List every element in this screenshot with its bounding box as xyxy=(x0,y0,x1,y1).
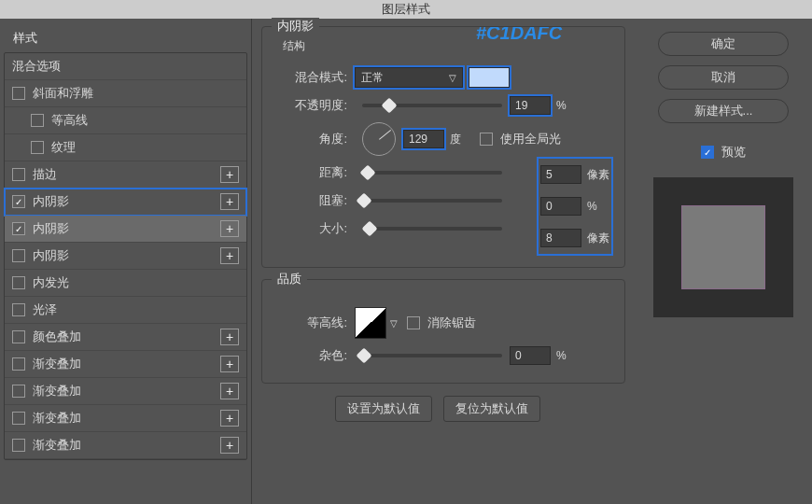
chevron-down-icon[interactable]: ▽ xyxy=(390,318,398,329)
choke-row: 阻塞: xyxy=(275,187,539,215)
add-effect-icon[interactable]: + xyxy=(220,193,239,210)
reset-default-button[interactable]: 复位为默认值 xyxy=(443,396,540,422)
cancel-button[interactable]: 取消 xyxy=(658,65,789,90)
blend-mode-label: 混合模式: xyxy=(275,69,355,86)
sidebar-item-color-overlay[interactable]: 颜色叠加 + xyxy=(5,324,246,351)
size-unit: 像素 xyxy=(581,231,609,246)
sidebar-item-gradient-overlay-2[interactable]: 渐变叠加 + xyxy=(5,378,246,405)
checkbox-icon[interactable] xyxy=(12,330,25,343)
choke-input[interactable]: 0 xyxy=(540,197,581,216)
checkbox-icon[interactable] xyxy=(12,412,25,425)
add-effect-icon[interactable]: + xyxy=(220,166,239,183)
checkbox-icon[interactable] xyxy=(12,439,25,452)
blending-options-item[interactable]: 混合选项 xyxy=(5,53,246,80)
distance-slider[interactable] xyxy=(362,171,502,175)
sidebar-item-bevel[interactable]: 斜面和浮雕 xyxy=(5,80,246,107)
sidebar-item-inner-shadow-1[interactable]: 内阴影 + xyxy=(5,189,246,216)
item-label: 内阴影 xyxy=(33,220,220,237)
checkbox-icon[interactable] xyxy=(12,87,25,100)
item-label: 渐变叠加 xyxy=(33,437,220,454)
checkbox-icon[interactable] xyxy=(12,249,25,262)
sidebar-item-gradient-overlay-1[interactable]: 渐变叠加 + xyxy=(5,351,246,378)
sidebar-item-gradient-overlay-4[interactable]: 渐变叠加 + xyxy=(5,432,246,459)
blend-mode-row: 混合模式: 正常 ▽ xyxy=(275,63,611,91)
color-swatch[interactable] xyxy=(469,67,510,88)
noise-input[interactable]: 0 xyxy=(510,346,551,365)
opacity-label: 不透明度: xyxy=(275,97,355,114)
add-effect-icon[interactable]: + xyxy=(220,356,239,372)
angle-dial[interactable] xyxy=(362,122,396,156)
sidebar-item-texture[interactable]: 纹理 xyxy=(5,134,246,161)
chevron-down-icon: ▽ xyxy=(449,73,456,83)
checkbox-icon[interactable] xyxy=(12,385,25,398)
checkbox-icon[interactable] xyxy=(12,195,25,208)
item-label: 内发光 xyxy=(33,274,239,291)
item-label: 颜色叠加 xyxy=(33,329,220,345)
sidebar-item-inner-shadow-3[interactable]: 内阴影 + xyxy=(5,243,246,270)
new-style-button[interactable]: 新建样式... xyxy=(658,99,789,123)
antialias-label: 消除锯齿 xyxy=(427,315,476,331)
quality-group: 品质 等高线: ▽ 消除锯齿 杂色: 0 % xyxy=(261,279,625,384)
sidebar-item-inner-glow[interactable]: 内发光 xyxy=(5,270,246,297)
distance-row: 距离: xyxy=(275,159,539,187)
preview-checkbox[interactable] xyxy=(701,146,714,159)
noise-row: 杂色: 0 % xyxy=(275,342,611,370)
sidebar-item-contour[interactable]: 等高线 xyxy=(5,107,246,134)
sidebar-item-gradient-overlay-3[interactable]: 渐变叠加 + xyxy=(5,405,246,432)
add-effect-icon[interactable]: + xyxy=(220,410,239,427)
distance-label: 距离: xyxy=(275,164,355,181)
main-area: 样式 混合选项 斜面和浮雕 等高线 纹理 描边 + xyxy=(0,19,812,504)
settings-panel: #C1DAFC 内阴影 结构 混合模式: 正常 ▽ 不透明度: 19 % 角度: xyxy=(252,19,635,504)
dialog-title: 图层样式 xyxy=(382,2,430,16)
ok-label: 确定 xyxy=(711,35,735,52)
item-label: 渐变叠加 xyxy=(33,356,220,372)
ok-button[interactable]: 确定 xyxy=(658,32,789,56)
size-input[interactable]: 8 xyxy=(540,229,581,247)
antialias-checkbox[interactable] xyxy=(407,316,420,329)
cancel-label: 取消 xyxy=(711,69,735,86)
blend-mode-value: 正常 xyxy=(361,70,384,86)
checkbox-icon[interactable] xyxy=(31,114,44,127)
angle-label: 角度: xyxy=(275,131,355,147)
add-effect-icon[interactable]: + xyxy=(220,383,239,399)
size-slider[interactable] xyxy=(362,227,502,231)
dialog-titlebar: 图层样式 xyxy=(0,0,812,19)
preview-swatch xyxy=(681,205,765,289)
sidebar-item-stroke[interactable]: 描边 + xyxy=(5,161,246,189)
checkbox-icon[interactable] xyxy=(12,276,25,289)
item-label: 等高线 xyxy=(51,112,239,129)
checkbox-icon[interactable] xyxy=(12,222,25,235)
sidebar-item-satin[interactable]: 光泽 xyxy=(5,297,246,324)
add-effect-icon[interactable]: + xyxy=(220,437,239,454)
opacity-unit: % xyxy=(551,99,579,112)
item-label: 内阴影 xyxy=(33,247,220,264)
noise-label: 杂色: xyxy=(275,347,355,364)
global-light-label: 使用全局光 xyxy=(500,131,561,147)
checkbox-icon[interactable] xyxy=(12,357,25,371)
item-label: 渐变叠加 xyxy=(33,410,220,427)
structure-subtitle: 结构 xyxy=(283,38,611,54)
blend-mode-select[interactable]: 正常 ▽ xyxy=(355,67,463,88)
angle-row: 角度: 129 度 使用全局光 xyxy=(275,119,611,159)
sidebar-item-inner-shadow-2[interactable]: 内阴影 + xyxy=(5,216,246,243)
choke-slider[interactable] xyxy=(362,199,502,203)
set-default-button[interactable]: 设置为默认值 xyxy=(335,396,432,422)
noise-slider[interactable] xyxy=(362,354,502,357)
contour-picker[interactable] xyxy=(355,307,386,339)
panel-title: 内阴影 xyxy=(272,18,319,35)
checkbox-icon[interactable] xyxy=(31,141,44,154)
add-effect-icon[interactable]: + xyxy=(220,247,239,264)
opacity-slider[interactable] xyxy=(362,104,502,107)
opacity-input[interactable]: 19 xyxy=(510,96,551,115)
angle-input[interactable]: 129 xyxy=(403,130,444,148)
distance-values-block: 5像素 0% 8像素 xyxy=(539,159,611,254)
noise-unit: % xyxy=(551,349,579,362)
checkbox-icon[interactable] xyxy=(12,168,25,181)
distance-input[interactable]: 5 xyxy=(540,165,581,184)
styles-sidebar: 样式 混合选项 斜面和浮雕 等高线 纹理 描边 + xyxy=(0,19,252,504)
preview-box xyxy=(653,177,793,317)
add-effect-icon[interactable]: + xyxy=(220,329,239,345)
global-light-checkbox[interactable] xyxy=(480,133,493,146)
add-effect-icon[interactable]: + xyxy=(220,220,239,237)
checkbox-icon[interactable] xyxy=(12,303,25,316)
